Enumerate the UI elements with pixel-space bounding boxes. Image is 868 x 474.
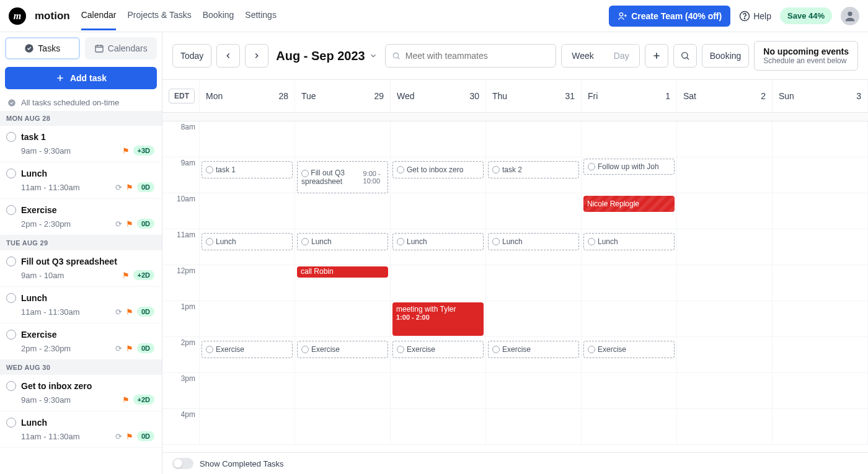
- task-group-header: TUE AUG 29: [0, 235, 162, 250]
- event-task[interactable]: Exercise: [583, 341, 675, 358]
- calendar-toolbar: Today Aug - Sep 2023 Week Day: [162, 32, 868, 80]
- week-button[interactable]: Week: [562, 45, 604, 67]
- task-item[interactable]: Lunch11am - 11:30am⟳⚑0D: [0, 411, 162, 448]
- due-badge: 0D: [137, 343, 154, 353]
- day-col-mon[interactable]: task 1 Lunch Exercise: [200, 121, 295, 445]
- task-item[interactable]: Exercise2pm - 2:30pm⟳⚑0D: [0, 323, 162, 360]
- event-task[interactable]: Exercise: [202, 341, 293, 358]
- prev-button[interactable]: [216, 44, 240, 68]
- event-task[interactable]: Lunch: [392, 233, 484, 250]
- date-range[interactable]: Aug - Sep 2023: [276, 49, 377, 63]
- add-task-button[interactable]: Add task: [5, 67, 157, 89]
- task-title: Lunch: [21, 418, 47, 428]
- event-task[interactable]: Get to inbox zero: [392, 161, 484, 178]
- event-task[interactable]: task 2: [488, 161, 579, 178]
- due-badge: 0D: [137, 219, 154, 229]
- task-time: 11am - 11:30am: [21, 183, 112, 192]
- calendar-grid[interactable]: EDT Mon28 Tue29 Wed30 Thu31 Fri1 Sat2 Su…: [162, 80, 868, 452]
- nav-calendar[interactable]: Calendar: [81, 1, 117, 30]
- day-name: Thu: [492, 91, 507, 101]
- event-task[interactable]: Lunch: [488, 233, 579, 250]
- create-team-button[interactable]: Create Team (40% off): [609, 6, 730, 27]
- day-col-fri[interactable]: Follow up with Joh Nicole Replogle Lunch…: [582, 121, 677, 445]
- day-num: 3: [856, 91, 861, 101]
- show-completed-toggle[interactable]: [172, 458, 193, 469]
- task-title: Exercise: [21, 205, 57, 215]
- event-task[interactable]: Lunch: [297, 233, 388, 250]
- day-num: 31: [565, 91, 575, 101]
- svg-point-4: [25, 44, 33, 52]
- tab-calendars[interactable]: Calendars: [85, 37, 157, 59]
- day-name: Fri: [588, 91, 598, 101]
- event-meeting[interactable]: meeting with Tyler 1:00 - 2:00: [392, 302, 484, 336]
- event-task[interactable]: Exercise: [297, 341, 388, 358]
- svg-point-8: [681, 53, 687, 58]
- day-col-thu[interactable]: task 2 Lunch Exercise: [486, 121, 582, 445]
- task-item[interactable]: task 19am - 9:30am⚑+3D: [0, 126, 162, 162]
- task-time: 11am - 11:30am: [21, 432, 112, 441]
- nav-booking[interactable]: Booking: [203, 1, 234, 30]
- task-title: Exercise: [21, 330, 57, 340]
- day-col-sun[interactable]: [773, 121, 868, 445]
- complete-circle-icon[interactable]: [6, 330, 16, 340]
- search-input-wrap[interactable]: [385, 44, 557, 68]
- plus-icon: [652, 51, 662, 61]
- day-num: 28: [278, 91, 288, 101]
- event-meeting[interactable]: call Robin: [297, 266, 388, 278]
- day-col-sat[interactable]: [677, 121, 773, 445]
- event-task[interactable]: task 1: [202, 161, 293, 178]
- next-button[interactable]: [245, 44, 268, 68]
- complete-circle-icon[interactable]: [6, 205, 16, 215]
- event-task[interactable]: Lunch: [202, 233, 293, 250]
- day-col-wed[interactable]: Get to inbox zero Lunch meeting with Tyl…: [391, 121, 486, 445]
- hour-label: 8am: [162, 121, 199, 157]
- add-event-button[interactable]: [645, 44, 668, 68]
- task-item[interactable]: Get to inbox zero9am - 9:30am⚑+2D: [0, 375, 162, 411]
- save-pill[interactable]: Save 44%: [780, 7, 832, 24]
- complete-circle-icon[interactable]: [6, 257, 16, 266]
- view-segment: Week Day: [561, 44, 639, 68]
- due-badge: 0D: [137, 431, 154, 441]
- day-name: Sun: [779, 91, 794, 101]
- hour-label: 9am: [162, 157, 199, 193]
- nav-settings[interactable]: Settings: [245, 1, 277, 30]
- complete-circle-icon[interactable]: [6, 132, 16, 142]
- user-icon: [843, 9, 857, 23]
- complete-circle-icon[interactable]: [6, 381, 16, 391]
- repeat-icon: ⟳: [115, 432, 122, 441]
- day-col-tue[interactable]: Fill out Q3 spreadsheet 9:00 - 10:00 Lun…: [295, 121, 391, 445]
- event-task[interactable]: Lunch: [583, 233, 675, 250]
- event-meeting[interactable]: Nicole Replogle: [583, 196, 675, 212]
- task-item[interactable]: Fill out Q3 spreadsheet9am - 10am⚑+2D: [0, 250, 162, 287]
- tab-tasks[interactable]: Tasks: [5, 37, 80, 59]
- today-button[interactable]: Today: [172, 44, 211, 68]
- avatar[interactable]: [841, 7, 859, 25]
- plus-icon: [55, 73, 65, 83]
- help-link[interactable]: Help: [739, 11, 771, 22]
- search-input[interactable]: [405, 51, 550, 61]
- day-name: Sat: [683, 91, 696, 101]
- task-item[interactable]: Lunch11am - 11:30am⟳⚑0D: [0, 287, 162, 323]
- calendar-icon: [94, 43, 104, 53]
- day-button[interactable]: Day: [604, 45, 639, 67]
- content: Today Aug - Sep 2023 Week Day: [162, 32, 868, 474]
- event-task[interactable]: Exercise: [488, 341, 579, 358]
- complete-circle-icon[interactable]: [6, 418, 16, 428]
- task-item[interactable]: Exercise2pm - 2:30pm⟳⚑0D: [0, 199, 162, 235]
- event-task[interactable]: Exercise: [392, 341, 484, 358]
- complete-circle-icon[interactable]: [6, 169, 16, 178]
- task-item[interactable]: Lunch11am - 11:30am⟳⚑0D: [0, 162, 162, 199]
- event-task[interactable]: Follow up with Joh: [583, 159, 675, 175]
- due-badge: +2D: [133, 270, 155, 280]
- timezone-button[interactable]: EDT: [169, 89, 195, 103]
- search-button[interactable]: [673, 44, 697, 68]
- event-task[interactable]: Fill out Q3 spreadsheet 9:00 - 10:00: [297, 161, 388, 193]
- brand-name: motion: [35, 10, 70, 22]
- svg-point-7: [393, 53, 398, 58]
- repeat-icon: ⟳: [115, 183, 122, 192]
- nav-projects[interactable]: Projects & Tasks: [127, 1, 191, 30]
- day-num: 29: [374, 91, 384, 101]
- chevron-left-icon: [224, 51, 232, 60]
- complete-circle-icon[interactable]: [6, 293, 16, 303]
- booking-button[interactable]: Booking: [702, 44, 750, 68]
